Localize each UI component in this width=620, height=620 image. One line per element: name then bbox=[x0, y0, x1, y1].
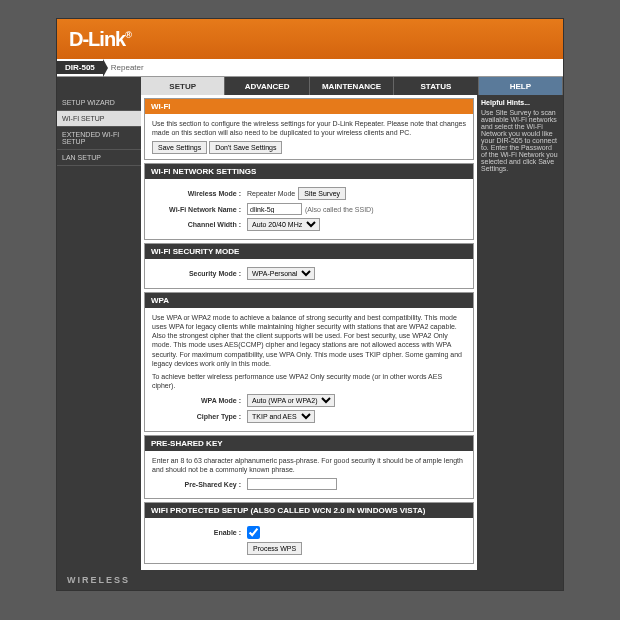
security-mode-label: Security Mode : bbox=[152, 269, 247, 278]
section-wifi-header: WI-FI bbox=[145, 99, 473, 114]
section-wps-header: WIFI PROTECTED SETUP (ALSO CALLED WCN 2.… bbox=[145, 503, 473, 518]
model-label: DIR-505 bbox=[57, 61, 103, 74]
security-mode-select[interactable]: WPA-Personal bbox=[247, 267, 315, 280]
save-settings-button[interactable]: Save Settings bbox=[152, 141, 207, 154]
brand-logo: D-Link® bbox=[69, 28, 131, 51]
cipher-type-label: Cipher Type : bbox=[152, 412, 247, 421]
wireless-mode-label: Wireless Mode : bbox=[152, 189, 247, 198]
tab-help[interactable]: HELP bbox=[479, 77, 563, 95]
tab-maintenance[interactable]: MAINTENANCE bbox=[310, 77, 394, 95]
sidebar-item-extended[interactable]: EXTENDED WI-FI SETUP bbox=[57, 127, 141, 150]
process-wps-button[interactable]: Process WPS bbox=[247, 542, 302, 555]
psk-input[interactable] bbox=[247, 478, 337, 490]
hints-title: Helpful Hints... bbox=[481, 99, 559, 106]
model-mode: Repeater bbox=[111, 63, 144, 72]
sidebar-item-lan[interactable]: LAN SETUP bbox=[57, 150, 141, 166]
hints-body: Use Site Survey to scan available Wi-Fi … bbox=[481, 109, 559, 172]
tab-setup[interactable]: SETUP bbox=[141, 77, 225, 95]
dont-save-button[interactable]: Don't Save Settings bbox=[209, 141, 282, 154]
tab-status[interactable]: STATUS bbox=[394, 77, 478, 95]
ssid-note: (Also called the SSID) bbox=[305, 205, 373, 214]
psk-label: Pre-Shared Key : bbox=[152, 480, 247, 489]
sidebar: SETUP WIZARD WI-FI SETUP EXTENDED WI-FI … bbox=[57, 95, 141, 570]
sidebar-item-wizard[interactable]: SETUP WIZARD bbox=[57, 95, 141, 111]
site-survey-button[interactable]: Site Survey bbox=[298, 187, 346, 200]
wps-enable-checkbox[interactable] bbox=[247, 526, 260, 539]
wpa-mode-select[interactable]: Auto (WPA or WPA2) bbox=[247, 394, 335, 407]
model-bar: DIR-505 Repeater bbox=[57, 59, 563, 77]
hints-panel: Helpful Hints... Use Site Survey to scan… bbox=[477, 95, 563, 570]
section-psk-header: PRE-SHARED KEY bbox=[145, 436, 473, 451]
wireless-mode-value: Repeater Mode bbox=[247, 189, 295, 198]
wpa-desc-2: To achieve better wireless performance u… bbox=[152, 372, 466, 390]
wpa-mode-label: WPA Mode : bbox=[152, 396, 247, 405]
psk-desc: Enter an 8 to 63 character alphanumeric … bbox=[152, 456, 466, 474]
section-network-header: WI-FI NETWORK SETTINGS bbox=[145, 164, 473, 179]
section-security-header: WI-FI SECURITY MODE bbox=[145, 244, 473, 259]
top-tabs: SETUP ADVANCED MAINTENANCE STATUS HELP bbox=[57, 77, 563, 95]
main-content: WI-FI Use this section to configure the … bbox=[141, 95, 477, 570]
wps-enable-label: Enable : bbox=[152, 528, 247, 537]
header: D-Link® bbox=[57, 19, 563, 59]
cipher-type-select[interactable]: TKIP and AES bbox=[247, 410, 315, 423]
sidebar-item-wifi[interactable]: WI-FI SETUP bbox=[57, 111, 141, 127]
tab-advanced[interactable]: ADVANCED bbox=[225, 77, 309, 95]
network-name-label: Wi-Fi Network Name : bbox=[152, 205, 247, 214]
channel-width-select[interactable]: Auto 20/40 MHz bbox=[247, 218, 320, 231]
wpa-desc-1: Use WPA or WPA2 mode to achieve a balanc… bbox=[152, 313, 466, 368]
footer: WIRELESS bbox=[57, 570, 563, 590]
section-wpa-header: WPA bbox=[145, 293, 473, 308]
wifi-desc: Use this section to configure the wirele… bbox=[152, 119, 466, 137]
channel-width-label: Channel Width : bbox=[152, 220, 247, 229]
network-name-input[interactable] bbox=[247, 203, 302, 215]
